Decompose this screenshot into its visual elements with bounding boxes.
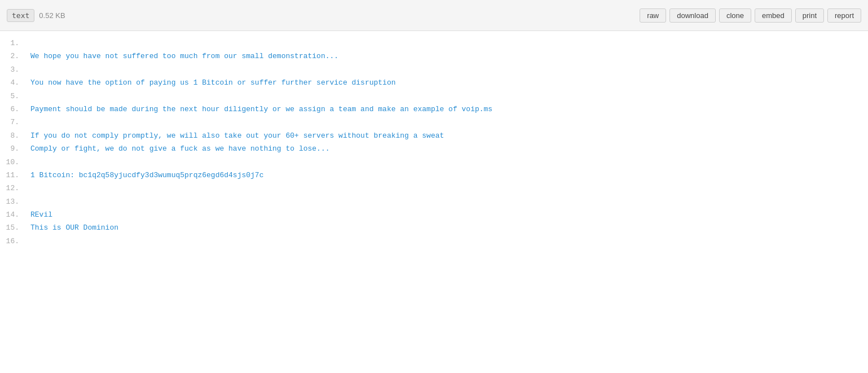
line-content: Comply or fight, we do not give a fuck a… (28, 142, 868, 155)
embed-button[interactable]: embed (755, 8, 792, 23)
table-row: 6.Payment should be made during the next… (0, 103, 868, 116)
line-number: 11. (0, 169, 28, 182)
line-number: 4. (0, 76, 28, 89)
file-type-badge: text (7, 9, 34, 22)
line-number: 3. (0, 63, 28, 76)
line-content: Payment should be made during the next h… (28, 103, 868, 116)
table-row: 10. (0, 156, 868, 169)
top-bar-right: rawdownloadcloneembedprintreport (640, 8, 861, 23)
line-content: This is OUR Dominion (28, 221, 868, 234)
report-button[interactable]: report (827, 8, 861, 23)
line-number: 9. (0, 142, 28, 155)
table-row: 3. (0, 63, 868, 76)
line-number: 7. (0, 116, 28, 129)
table-row: 7. (0, 116, 868, 129)
file-size: 0.52 KB (39, 11, 65, 20)
table-row: 9.Comply or fight, we do not give a fuck… (0, 142, 868, 155)
line-number: 6. (0, 103, 28, 116)
table-row: 15.This is OUR Dominion (0, 221, 868, 234)
line-number: 12. (0, 182, 28, 195)
line-number: 5. (0, 90, 28, 103)
line-number: 16. (0, 235, 28, 248)
line-content: You now have the option of paying us 1 B… (28, 76, 868, 89)
line-content: 1 Bitcoin: bc1q2q58yjucdfy3d3wumuq5prqz6… (28, 169, 868, 182)
line-content (28, 63, 868, 76)
table-row: 16. (0, 235, 868, 248)
table-row: 12. (0, 182, 868, 195)
line-number: 1. (0, 37, 28, 50)
print-button[interactable]: print (795, 8, 824, 23)
line-content (28, 37, 868, 50)
line-number: 2. (0, 50, 28, 63)
line-content (28, 182, 868, 195)
line-content (28, 116, 868, 129)
line-content (28, 235, 868, 248)
table-row: 4.You now have the option of paying us 1… (0, 76, 868, 89)
table-row: 13. (0, 195, 868, 208)
table-row: 14.REvil (0, 208, 868, 221)
line-number: 15. (0, 221, 28, 234)
line-number: 10. (0, 156, 28, 169)
top-bar-left: text 0.52 KB (7, 9, 65, 22)
line-content: We hope you have not suffered too much f… (28, 50, 868, 63)
line-content (28, 156, 868, 169)
download-button[interactable]: download (669, 8, 716, 23)
raw-button[interactable]: raw (640, 8, 666, 23)
line-number: 8. (0, 129, 28, 142)
code-container: 1. 2.We hope you have not suffered too m… (0, 31, 868, 373)
line-content (28, 195, 868, 208)
clone-button[interactable]: clone (719, 8, 751, 23)
line-number: 14. (0, 208, 28, 221)
line-number: 13. (0, 195, 28, 208)
table-row: 11.1 Bitcoin: bc1q2q58yjucdfy3d3wumuq5pr… (0, 169, 868, 182)
table-row: 2.We hope you have not suffered too much… (0, 50, 868, 63)
line-content: REvil (28, 208, 868, 221)
top-bar: text 0.52 KB rawdownloadcloneembedprintr… (0, 0, 868, 31)
line-content (28, 90, 868, 103)
code-table: 1. 2.We hope you have not suffered too m… (0, 37, 868, 248)
table-row: 8.If you do not comply promptly, we will… (0, 129, 868, 142)
table-row: 5. (0, 90, 868, 103)
line-content: If you do not comply promptly, we will a… (28, 129, 868, 142)
table-row: 1. (0, 37, 868, 50)
